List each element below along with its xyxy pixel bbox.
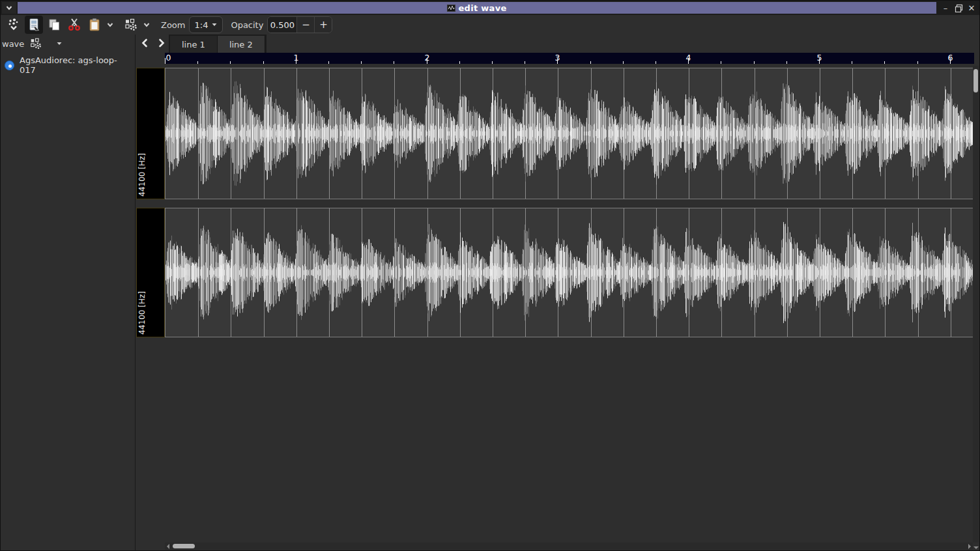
tab-line-1[interactable]: line 1	[170, 36, 218, 53]
svg-text:4: 4	[686, 53, 691, 63]
wave-header: wave	[1, 35, 135, 53]
copy-button[interactable]	[45, 16, 63, 34]
tool-menu-button[interactable]	[140, 16, 153, 34]
machine-radio-button[interactable]	[5, 61, 14, 70]
app-icon	[447, 4, 455, 12]
opacity-label: Opacity	[231, 20, 263, 30]
svg-text:5: 5	[817, 53, 822, 63]
channel-2-wave-canvas[interactable]	[165, 208, 974, 337]
cut-scissors-icon	[67, 18, 81, 32]
edit-wave-window: edit wave – ✕	[0, 0, 980, 551]
svg-text:6: 6	[948, 53, 953, 63]
next-line-button[interactable]	[154, 36, 169, 50]
select-tool-button[interactable]	[122, 16, 140, 34]
scroll-right-arrow-icon[interactable]	[968, 544, 971, 549]
close-button[interactable]: ✕	[965, 2, 978, 14]
paste-clipboard-icon	[87, 18, 102, 32]
wave-header-label: wave	[2, 39, 24, 49]
chevron-down-icon	[143, 21, 151, 29]
opacity-spinbutton: − +	[267, 16, 332, 33]
restore-icon	[955, 4, 963, 12]
chevron-left-icon	[140, 38, 149, 48]
minimize-button[interactable]: –	[939, 2, 952, 14]
timeline-ruler: 0123456	[165, 53, 974, 64]
scroll-left-arrow-icon[interactable]	[167, 544, 169, 549]
zoom-value: 1:4	[194, 20, 208, 30]
channel-1-label-strip: 44100 [Hz]	[136, 68, 165, 199]
chevron-down-icon	[211, 21, 218, 28]
chevron-down-icon	[5, 4, 13, 12]
vertical-scrollbar[interactable]	[973, 66, 979, 543]
horizontal-scrollbar[interactable]	[165, 543, 973, 550]
opacity-decrease-button[interactable]: −	[296, 17, 314, 33]
svg-text:1: 1	[294, 53, 299, 63]
line-nav	[137, 36, 169, 50]
sidebar-divider	[135, 35, 136, 550]
machine-radio-row[interactable]: AgsAudiorec: ags-loop-017	[1, 53, 135, 78]
tab-line-2[interactable]: line 2	[218, 36, 265, 53]
edit-tool-icon	[27, 18, 41, 32]
svg-text:2: 2	[425, 53, 430, 63]
line-tabbar: line 1line 2	[169, 35, 267, 53]
sidebar: wave AgsAudiorec: ags-loop-017	[1, 35, 135, 550]
channel-1-wave-canvas[interactable]	[165, 68, 974, 199]
window-menu-button[interactable]	[2, 2, 16, 14]
chevron-down-icon	[106, 21, 114, 29]
opacity-input[interactable]	[268, 17, 296, 33]
zoom-label: Zoom	[161, 20, 185, 30]
svg-text:3: 3	[555, 53, 560, 63]
svg-text:0: 0	[166, 53, 171, 63]
paste-button[interactable]	[85, 16, 104, 34]
select-tool-icon	[124, 18, 138, 32]
paste-menu-button[interactable]	[104, 16, 117, 34]
titlebar[interactable]: edit wave	[18, 2, 936, 14]
wave-menu-chevron-icon[interactable]	[55, 40, 63, 48]
zoom-combobox[interactable]: 1:4	[189, 16, 223, 33]
cut-button[interactable]	[65, 16, 83, 34]
opacity-increase-button[interactable]: +	[314, 17, 332, 33]
wave-tool-icon[interactable]	[29, 37, 42, 50]
horizontal-scrollbar-thumb[interactable]	[173, 544, 195, 548]
position-tool-button[interactable]	[5, 16, 23, 34]
prev-line-button[interactable]	[137, 36, 152, 50]
titlebar-row: edit wave – ✕	[1, 1, 979, 15]
channel-1-samplerate-label: 44100 [Hz]	[137, 153, 147, 197]
copy-icon	[47, 18, 61, 32]
vertical-scrollbar-thumb[interactable]	[973, 69, 978, 92]
machine-label: AgsAudiorec: ags-loop-017	[20, 55, 131, 75]
window-title: edit wave	[458, 3, 506, 13]
edit-tool-button[interactable]	[25, 16, 43, 34]
chevron-right-icon	[157, 38, 166, 48]
maximize-button[interactable]	[952, 2, 965, 14]
position-tool-icon	[7, 18, 21, 32]
scroll-down-arrow-icon[interactable]	[973, 546, 979, 549]
window-controls: – ✕	[939, 2, 978, 14]
toolbar: Zoom 1:4 Opacity − +	[1, 15, 979, 35]
channel-2-label-strip: 44100 [Hz]	[136, 208, 165, 337]
channel-2-samplerate-label: 44100 [Hz]	[137, 291, 147, 335]
